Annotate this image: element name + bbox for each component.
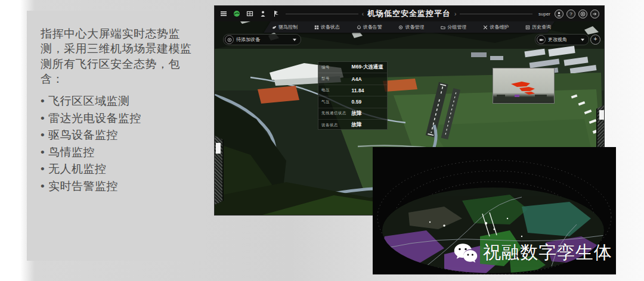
- info-row: 型号 A4A: [318, 73, 387, 85]
- view-angle-button[interactable]: 更改视角: [535, 34, 589, 45]
- title-line-left: [286, 14, 358, 14]
- info-row: 电压 11.84: [318, 85, 387, 96]
- topbar-left-icons: [215, 10, 280, 18]
- device-dropdown-label: 待添加设备: [236, 36, 260, 43]
- device-target-icon: [225, 35, 234, 44]
- tab-device-alarm[interactable]: 设备告警: [357, 24, 382, 30]
- tabbar: 驱鸟控制 设备状态 设备告警 设备管理 分组管理 设备维护 历史查询: [270, 21, 553, 33]
- chevron-down-icon: [293, 39, 296, 41]
- camera-feed-window[interactable]: [493, 68, 555, 104]
- menu-icon[interactable]: [219, 10, 227, 18]
- alarm-bell-icon: [357, 25, 361, 30]
- tab-bird-control[interactable]: 驱鸟控制: [272, 24, 298, 30]
- watermark: 祝融数字孪生体: [453, 241, 612, 265]
- info-row: 设备状态 故障: [318, 120, 387, 130]
- tab-device-status[interactable]: 设备状态: [314, 24, 340, 30]
- globe-icon[interactable]: [233, 10, 240, 18]
- chevron-down-icon: [581, 39, 584, 41]
- avatar-icon[interactable]: [555, 10, 564, 18]
- group-folder-icon: [441, 25, 445, 30]
- bullet-item: 雷达光电设备监控: [41, 110, 208, 127]
- device-dropdown[interactable]: 待添加设备: [223, 34, 301, 45]
- bullet-item: 飞行区区域监测: [41, 93, 208, 110]
- title-arrow-left-icon: ‹: [362, 11, 364, 17]
- bullet-item: 实时告警监控: [41, 178, 208, 195]
- digital-twin-view: 祝融数字孪生体: [373, 147, 616, 274]
- person-icon[interactable]: [259, 10, 267, 18]
- intro-paragraph: 指挥中心大屏端实时态势监测，采用三维机场场景建模监测所有飞行区安全态势，包含：: [41, 26, 203, 87]
- text-panel: 指挥中心大屏端实时态势监测，采用三维机场场景建模监测所有飞行区安全态势，包含： …: [27, 11, 206, 261]
- tab-group-management[interactable]: 分组管理: [441, 24, 466, 30]
- bird-icon: [272, 25, 277, 30]
- bullet-item: 无人机监控: [41, 161, 208, 178]
- app-title: 机场低空安全监控平台: [367, 8, 451, 19]
- bullet-item: 鸟情监控: [41, 144, 208, 161]
- history-icon: [525, 25, 530, 30]
- zoom-in-button[interactable]: +: [590, 35, 600, 45]
- topbar-right-group: super ?: [538, 10, 604, 18]
- watermark-text: 祝融数字孪生体: [483, 241, 612, 265]
- settings-icon[interactable]: [578, 10, 587, 18]
- tab-history-query[interactable]: 历史查询: [525, 24, 551, 30]
- username-label: super: [538, 11, 550, 17]
- hud-slider-handle[interactable]: [216, 143, 221, 154]
- title-arrow-right-icon: ›: [454, 11, 456, 17]
- info-row: 编号 M69-大连通道: [318, 62, 387, 73]
- status-grid-icon: [314, 25, 319, 30]
- hud-slider-handle[interactable]: [599, 110, 604, 120]
- tab-device-maintenance[interactable]: 设备维护: [483, 24, 509, 30]
- wechat-icon: [453, 242, 478, 264]
- info-row: 气压 0.59: [318, 96, 387, 108]
- wrench-icon: [483, 25, 488, 30]
- info-row: 无线通信状态 故障: [318, 108, 387, 120]
- topbar-title-group: ‹ 机场低空安全监控平台 ›: [286, 8, 532, 19]
- title-line-right: [460, 14, 532, 14]
- thermal-detection-overlay: [493, 68, 554, 103]
- hud-frame-left: [215, 136, 224, 205]
- view-angle-label: 更改视角: [548, 36, 567, 43]
- help-icon[interactable]: ?: [566, 10, 575, 18]
- gear-icon: [398, 25, 403, 30]
- tab-device-management[interactable]: 设备管理: [398, 24, 424, 30]
- bullet-item: 驱鸟设备监控: [41, 127, 208, 144]
- app-topbar: ‹ 机场低空安全监控平台 › super ?: [215, 6, 604, 21]
- monitor-grid-icon[interactable]: [246, 10, 253, 18]
- camera-view-icon: [537, 35, 546, 44]
- device-info-panel: 编号 M69-大连通道 型号 A4A 电压 11.84 气压 0.59 无线通信…: [318, 61, 388, 130]
- bullet-list: 飞行区区域监测 雷达光电设备监控 驱鸟设备监控 鸟情监控 无人机监控 实时告警监…: [41, 93, 208, 195]
- flag-icon[interactable]: [272, 10, 280, 18]
- logout-icon[interactable]: [590, 10, 599, 18]
